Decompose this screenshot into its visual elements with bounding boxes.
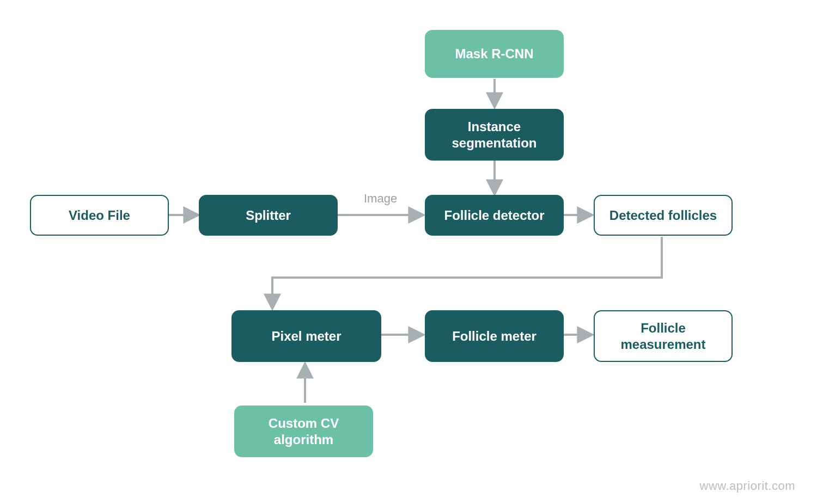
- node-pixel-meter: Pixel meter: [231, 310, 381, 362]
- node-splitter: Splitter: [199, 195, 338, 236]
- node-detected-follicles: Detected follicles: [594, 195, 733, 236]
- node-follicle-measurement: Folliclemeasurement: [594, 310, 733, 362]
- node-mask-rcnn: Mask R-CNN: [425, 30, 564, 78]
- arrow-layer: [0, 0, 817, 504]
- node-follicle-meter: Follicle meter: [425, 310, 564, 362]
- node-custom-cv-algorithm: Custom CValgorithm: [234, 405, 373, 457]
- node-follicle-detector: Follicle detector: [425, 195, 564, 236]
- node-instance-segmentation: Instancesegmentation: [425, 109, 564, 161]
- arrow-detected-to-pixelmeter: [272, 237, 662, 308]
- node-video-file: Video File: [30, 195, 169, 236]
- footer-attribution: www.apriorit.com: [700, 479, 795, 493]
- edge-label-image: Image: [364, 192, 397, 206]
